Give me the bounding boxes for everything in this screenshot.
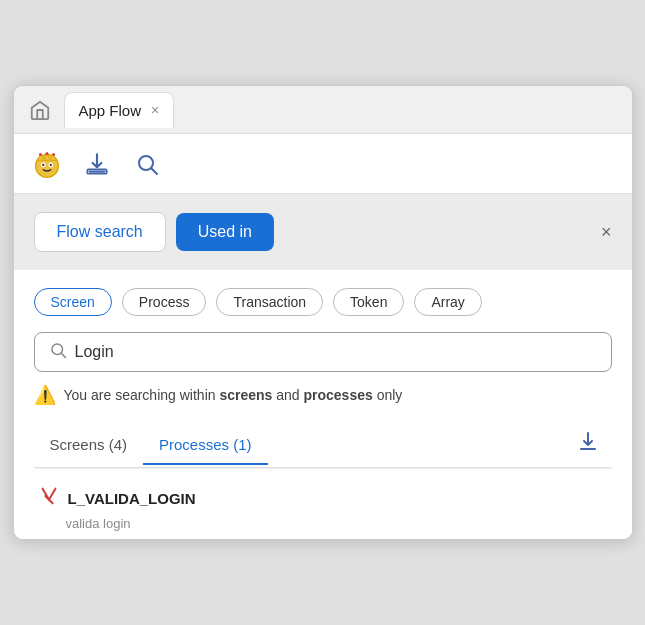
- title-bar: App Flow ×: [14, 86, 632, 134]
- chip-token[interactable]: Token: [333, 288, 404, 316]
- download-icon[interactable]: [80, 147, 114, 181]
- result-item-subtitle: valida login: [66, 516, 608, 531]
- svg-line-11: [151, 168, 157, 174]
- toolbar-search-icon[interactable]: [130, 147, 164, 181]
- toolbar: [14, 134, 632, 194]
- chip-transaction[interactable]: Transaction: [216, 288, 323, 316]
- warning-icon: ⚠️: [34, 384, 56, 406]
- warning-text: You are searching within screens and pro…: [64, 387, 403, 403]
- svg-point-7: [45, 152, 48, 155]
- filter-chips: Screen Process Transaction Token Array: [34, 288, 612, 316]
- search-input-icon: [49, 341, 67, 363]
- mascot-icon[interactable]: [30, 147, 64, 181]
- result-tabs: Screens (4) Processes (1): [34, 422, 612, 468]
- tab-screens[interactable]: Screens (4): [34, 426, 144, 465]
- flow-search-button[interactable]: Flow search: [34, 212, 166, 252]
- svg-line-13: [61, 353, 65, 357]
- app-flow-tab[interactable]: App Flow ×: [64, 92, 175, 128]
- lambda-icon: [38, 485, 60, 512]
- warning-row: ⚠️ You are searching within screens and …: [34, 384, 612, 406]
- search-input[interactable]: [75, 343, 597, 361]
- chip-screen[interactable]: Screen: [34, 288, 112, 316]
- svg-point-3: [42, 163, 44, 165]
- svg-line-15: [49, 489, 55, 500]
- svg-point-6: [38, 153, 41, 156]
- result-item: L_VALIDA_LOGIN valida login: [34, 468, 612, 539]
- chip-process[interactable]: Process: [122, 288, 207, 316]
- main-content: Screen Process Transaction Token Array: [14, 270, 632, 539]
- svg-point-8: [52, 153, 55, 156]
- used-in-button[interactable]: Used in: [176, 213, 274, 251]
- result-download-icon[interactable]: [564, 422, 612, 467]
- close-button[interactable]: ×: [601, 222, 612, 243]
- search-input-wrap: [34, 332, 612, 372]
- home-icon[interactable]: [24, 94, 56, 126]
- tab-label: App Flow: [79, 102, 142, 119]
- result-item-title: L_VALIDA_LOGIN: [38, 485, 608, 512]
- tab-close-button[interactable]: ×: [151, 102, 159, 118]
- svg-point-4: [49, 163, 51, 165]
- tab-processes[interactable]: Processes (1): [143, 426, 268, 465]
- chip-array[interactable]: Array: [414, 288, 481, 316]
- search-bar-area: Flow search Used in ×: [14, 194, 632, 270]
- app-window: App Flow ×: [13, 85, 633, 540]
